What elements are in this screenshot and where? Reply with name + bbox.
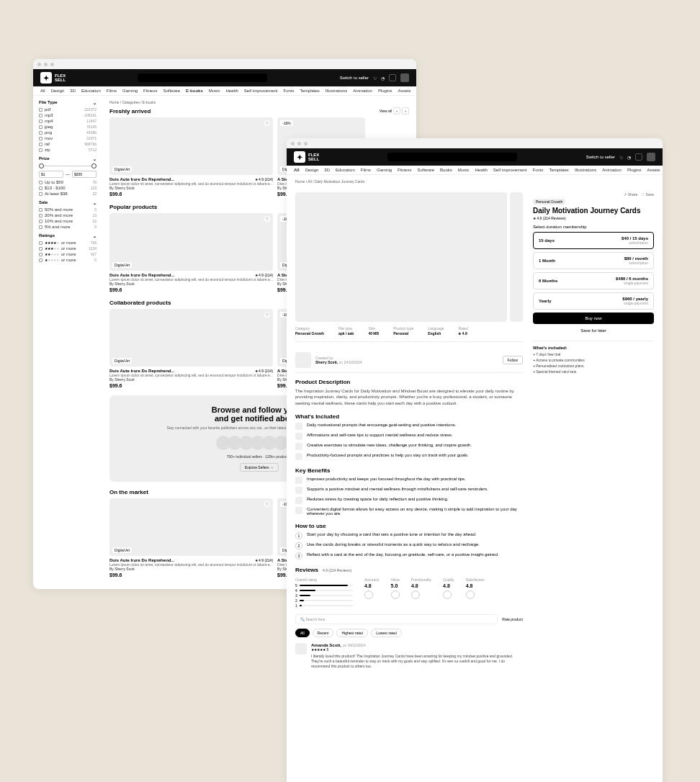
filter-option[interactable]: zip5712 — [39, 148, 97, 152]
nav-item[interactable]: Self improvement — [244, 89, 278, 93]
filter-option[interactable]: ★★★★★or more5 — [39, 258, 97, 262]
heart-icon[interactable]: ♡ — [373, 76, 377, 81]
nav-item[interactable]: Health — [225, 89, 238, 93]
avatar[interactable] — [400, 73, 409, 82]
nav-item[interactable]: All — [294, 168, 300, 172]
heart-icon[interactable]: ♡ — [264, 501, 270, 507]
price-max-input[interactable]: $200 — [72, 171, 97, 178]
follow-button[interactable]: Follow — [503, 356, 523, 364]
filter-option[interactable]: ★★★★★or more1234 — [39, 246, 97, 251]
nav-item[interactable]: Templates — [300, 89, 320, 93]
nav-item[interactable]: Films — [361, 168, 371, 172]
grid-icon[interactable] — [389, 74, 396, 81]
grid-icon[interactable] — [635, 153, 642, 161]
nav-item[interactable]: Education — [336, 168, 355, 172]
nav-item[interactable]: Fitness — [143, 89, 157, 93]
rate-product-link[interactable]: Rate product — [502, 617, 523, 621]
filter-chip[interactable]: Highest rated — [336, 629, 368, 637]
search-input[interactable] — [138, 73, 267, 82]
filter-chip[interactable]: Lowest rated — [371, 629, 402, 637]
gallery-thumb[interactable] — [510, 192, 523, 322]
nav-item[interactable]: Education — [81, 89, 101, 93]
filter-option[interactable]: mov31971 — [39, 136, 97, 140]
filter-option[interactable]: jpeg76145 — [39, 125, 97, 129]
price-slider[interactable] — [39, 163, 97, 169]
prev-button[interactable]: ‹ — [393, 107, 400, 114]
nav-item[interactable]: Design — [51, 89, 65, 93]
avatar[interactable] — [647, 153, 655, 161]
filter-option[interactable]: ★★★★★or more766 — [39, 241, 97, 245]
filter-option[interactable]: 20% and more13 — [39, 213, 97, 217]
save-link[interactable]: ♡ Save — [642, 192, 654, 197]
filter-chip[interactable]: Recent — [313, 629, 334, 637]
nav-item[interactable]: Fonts — [533, 168, 544, 172]
view-all-link[interactable]: View all — [380, 109, 392, 113]
save-later-button[interactable]: Save for later — [533, 326, 654, 335]
creator-avatar[interactable] — [295, 352, 311, 368]
nav-item[interactable]: Fitness — [398, 168, 411, 172]
heart-icon[interactable]: ♡ — [264, 312, 270, 318]
nav-item[interactable]: Music — [209, 89, 220, 93]
chevron-down-icon[interactable]: ⌄ — [93, 156, 97, 161]
product-card[interactable]: ♡Digital ArtDuis Aute Irure Do Reprehend… — [109, 309, 273, 388]
explore-sellers-button[interactable]: Explore Sellers → — [240, 463, 279, 472]
nav-item[interactable]: Animation — [602, 168, 622, 172]
nav-item[interactable]: Assets — [647, 168, 660, 172]
switch-seller-link[interactable]: Switch to seller — [340, 76, 369, 80]
nav-item[interactable]: Illustrations — [326, 89, 347, 93]
filter-option[interactable]: 10% and more22 — [39, 219, 97, 223]
membership-option[interactable]: 6 Months$480 / 6 monthssingle payment — [533, 272, 654, 289]
bell-icon[interactable]: ◔ — [381, 76, 385, 81]
filter-option[interactable]: Up to $5076 — [39, 180, 97, 184]
nav-item[interactable]: All — [40, 89, 45, 93]
review-search-input[interactable]: 🔍 Search here — [295, 614, 498, 624]
chevron-down-icon[interactable]: ⌄ — [93, 233, 97, 238]
nav-item[interactable]: Software — [417, 168, 434, 172]
product-card[interactable]: ♡Digital ArtDuis Aute Irure Do Reprehend… — [109, 117, 273, 197]
heart-icon[interactable]: ♡ — [264, 216, 270, 222]
filter-option[interactable]: 50% and more5 — [39, 207, 97, 212]
membership-option[interactable]: Yearly$960 / yearlysingle payment — [533, 292, 654, 310]
nav-item[interactable]: 3D — [70, 89, 76, 93]
nav-item[interactable]: Plugins — [627, 168, 642, 172]
nav-item[interactable]: Books — [440, 168, 452, 172]
nav-item[interactable]: Music — [458, 168, 470, 172]
nav-item[interactable]: Health — [475, 168, 487, 172]
nav-item[interactable]: Films — [107, 89, 117, 93]
membership-option[interactable]: 1 Month$80 / monthsubscription — [533, 252, 654, 269]
heart-icon[interactable]: ♡ — [264, 120, 270, 126]
filter-option[interactable]: raf968766 — [39, 142, 97, 146]
filter-option[interactable]: mp411847 — [39, 119, 97, 123]
nav-item[interactable]: Self improvement — [493, 168, 527, 172]
logo[interactable]: ✦FLEXSELL — [40, 72, 66, 84]
nav-item[interactable]: Software — [163, 89, 180, 93]
filter-option[interactable]: At least $3822 — [39, 192, 97, 196]
buy-now-button[interactable]: Buy now — [533, 313, 654, 324]
nav-item[interactable]: Illustrations — [575, 168, 596, 172]
nav-item[interactable]: Gaming — [377, 168, 392, 172]
membership-option[interactable]: 15 days$40 / 15 dayssubscription — [533, 232, 654, 249]
search-input[interactable] — [387, 153, 517, 161]
logo[interactable]: ✦FLEXSELL — [294, 151, 319, 163]
filter-chip[interactable]: All — [295, 629, 310, 637]
chevron-down-icon[interactable]: ⌄ — [93, 100, 97, 105]
switch-seller-link[interactable]: Switch to seller — [586, 155, 615, 159]
nav-item[interactable]: E-books — [186, 89, 203, 93]
share-link[interactable]: ↗ Share — [624, 192, 637, 197]
nav-item[interactable]: Animation — [353, 89, 372, 93]
nav-item[interactable]: Assets — [398, 89, 411, 93]
filter-option[interactable]: png44286 — [39, 130, 97, 135]
filter-option[interactable]: $13 - $100123 — [39, 186, 97, 190]
nav-item[interactable]: Plugins — [378, 89, 392, 93]
filter-option[interactable]: ★★★★★or more427 — [39, 252, 97, 256]
filter-option[interactable]: 5% and more9 — [39, 225, 97, 229]
chevron-down-icon[interactable]: ⌄ — [93, 200, 97, 205]
heart-icon[interactable]: ♡ — [619, 155, 623, 160]
nav-item[interactable]: Fonts — [283, 89, 294, 93]
nav-item[interactable]: Templates — [549, 168, 569, 172]
nav-item[interactable]: Gaming — [122, 89, 138, 93]
next-button[interactable]: › — [402, 107, 409, 114]
gallery-main-image[interactable] — [295, 192, 507, 322]
nav-item[interactable]: Design — [305, 168, 319, 172]
bell-icon[interactable]: ◔ — [627, 155, 631, 160]
